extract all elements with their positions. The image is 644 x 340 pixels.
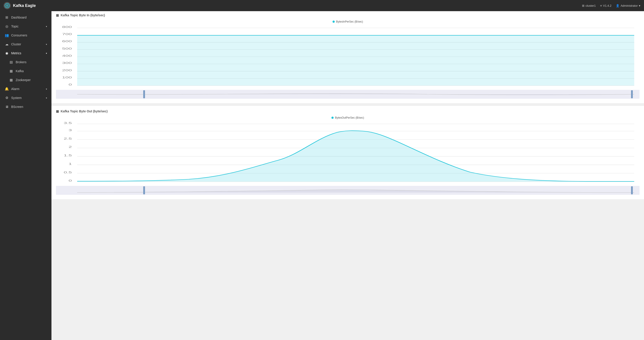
system-arrow-icon: ▾ [46, 97, 47, 99]
navbar: Kafka Eagle ⊞ cluster1 ≡ V1.4.2 👤 Admini… [0, 0, 644, 11]
dashboard-icon: ⊞ [4, 15, 9, 19]
svg-text:0: 0 [69, 179, 72, 182]
sidebar-item-topic[interactable]: ◎ Topic ▾ [0, 22, 52, 31]
svg-text:1: 1 [69, 163, 72, 165]
sidebar-label-bscreen: BScreen [11, 105, 23, 109]
consumers-icon: 👥 [4, 33, 9, 37]
sidebar-item-dashboard[interactable]: ⊞ Dashboard [0, 13, 52, 22]
kafka-icon: ▦ [9, 69, 14, 73]
sidebar-item-consumers[interactable]: 👥 Consumers [0, 31, 52, 40]
bscreen-icon: 🖥 [4, 105, 9, 109]
sidebar-item-cluster[interactable]: ☁ Cluster ▾ [0, 40, 52, 49]
byte-in-title-icon: ▦ [56, 13, 59, 17]
alarm-icon: 🔔 [4, 87, 9, 91]
sidebar-label-brokers: Brokers [16, 60, 26, 64]
svg-text:100: 100 [62, 76, 72, 79]
user-dropdown-icon: ▾ [639, 4, 640, 7]
sidebar-label-metrics: Metrics [11, 51, 21, 55]
brokers-icon: ▤ [9, 60, 14, 64]
sidebar-label-system: System [11, 96, 22, 100]
byte-out-section: ▦ Kafka Topic Byte Out (byte/sec) BytesO… [52, 106, 644, 199]
byte-in-legend: BytesInPerSec (B/sec) [56, 20, 640, 23]
byte-in-legend-label: BytesInPerSec (B/sec) [336, 20, 363, 23]
byte-out-title: ▦ Kafka Topic Byte Out (byte/sec) [56, 109, 640, 113]
system-icon: ⚙ [4, 96, 9, 100]
topic-arrow-icon: ▾ [46, 25, 47, 28]
user-icon: 👤 [616, 4, 620, 7]
sidebar-label-cluster: Cluster [11, 42, 21, 46]
byte-in-scroll-left[interactable] [143, 90, 145, 98]
sidebar-item-alarm[interactable]: 🔔 Alarm ▾ [0, 84, 52, 93]
topic-icon: ◎ [4, 24, 9, 28]
byte-in-legend-dot [332, 20, 335, 23]
svg-text:3: 3 [69, 129, 72, 132]
svg-text:2: 2 [69, 146, 72, 149]
sidebar-label-consumers: Consumers [11, 33, 27, 37]
byte-in-mini-chart[interactable] [56, 90, 640, 99]
byte-out-scroll-left[interactable] [143, 186, 145, 194]
svg-text:2019-12-28 02:44: 2019-12-28 02:44 [406, 184, 448, 184]
svg-text:2019-12-28 02:43: 2019-12-28 02:43 [319, 88, 361, 88]
svg-text:600: 600 [62, 40, 72, 43]
alarm-arrow-icon: ▾ [46, 88, 47, 90]
byte-out-scroll-right[interactable] [631, 186, 633, 194]
version-info: ≡ V1.4.2 [600, 4, 611, 7]
sidebar-label-zookeeper: Zookeeper [16, 78, 31, 82]
byte-in-section: ▦ Kafka Topic Byte In (byte/sec) BytesIn… [52, 11, 644, 103]
user-info[interactable]: 👤 Administrator ▾ [616, 4, 640, 7]
svg-text:200: 200 [62, 69, 72, 72]
sidebar-label-topic: Topic [11, 24, 18, 28]
brand: Kafka Eagle [4, 2, 36, 9]
svg-text:700: 700 [62, 33, 72, 36]
sidebar-item-metrics[interactable]: ◉ Metrics ▾ [0, 49, 52, 58]
svg-marker-20 [77, 35, 634, 86]
svg-text:2019-12-28 02:40: 2019-12-28 02:40 [56, 184, 98, 184]
byte-out-mini-chart[interactable] [56, 186, 640, 195]
svg-text:2019-12-28 02:40: 2019-12-28 02:40 [56, 88, 98, 88]
svg-text:300: 300 [62, 62, 72, 65]
svg-text:400: 400 [62, 54, 72, 57]
svg-text:2.5: 2.5 [64, 137, 72, 140]
version-icon: ≡ [600, 4, 602, 7]
svg-text:2019-12-28 02:45: 2019-12-28 02:45 [494, 88, 536, 88]
byte-out-chart: 0 0.5 1 1.5 2 2.5 3 3.5 [56, 122, 640, 184]
logo-icon [4, 2, 11, 9]
svg-text:2019-12-28 02:43: 2019-12-28 02:43 [319, 184, 361, 184]
metrics-arrow-icon: ▾ [46, 52, 47, 54]
svg-text:2019-12-28 02:46: 2019-12-28 02:46 [613, 184, 640, 184]
svg-text:2019-12-28 02:42: 2019-12-28 02:42 [231, 88, 273, 88]
svg-point-1 [7, 5, 8, 6]
sidebar: ⊞ Dashboard ◎ Topic ▾ 👥 Consumers ☁ Clus… [0, 11, 52, 340]
byte-out-legend: BytesOutPerSec (B/sec) [56, 116, 640, 119]
svg-text:2019-12-28 02:41: 2019-12-28 02:41 [144, 88, 186, 88]
svg-text:2019-12-28 02:44: 2019-12-28 02:44 [406, 88, 448, 88]
zookeeper-icon: ▦ [9, 78, 14, 82]
svg-text:1.5: 1.5 [64, 154, 72, 157]
sidebar-label-dashboard: Dashboard [11, 16, 27, 19]
sidebar-item-brokers[interactable]: ▤ Brokers [0, 58, 52, 67]
byte-out-legend-label: BytesOutPerSec (B/sec) [335, 116, 364, 119]
svg-text:2019-12-28 02:46: 2019-12-28 02:46 [613, 88, 640, 88]
svg-text:2019-12-28 02:45: 2019-12-28 02:45 [494, 184, 536, 184]
sidebar-item-system[interactable]: ⚙ System ▾ [0, 93, 52, 102]
byte-out-title-icon: ▦ [56, 109, 59, 113]
svg-text:0.5: 0.5 [64, 171, 72, 174]
sidebar-label-kafka: Kafka [16, 69, 24, 73]
svg-text:2019-12-28 02:41: 2019-12-28 02:41 [144, 184, 186, 184]
app-name: Kafka Eagle [13, 3, 36, 8]
sidebar-item-bscreen[interactable]: 🖥 BScreen [0, 102, 52, 111]
svg-text:0: 0 [69, 83, 72, 86]
byte-in-scroll-right[interactable] [631, 90, 633, 98]
byte-in-title: ▦ Kafka Topic Byte In (byte/sec) [56, 13, 640, 17]
cluster-nav-icon: ☁ [4, 42, 9, 46]
cluster-info: ⊞ cluster1 [582, 4, 596, 7]
svg-text:500: 500 [62, 47, 72, 50]
sidebar-label-alarm: Alarm [11, 87, 20, 91]
svg-text:800: 800 [62, 25, 72, 28]
main-content: ▦ Kafka Topic Byte In (byte/sec) BytesIn… [52, 11, 644, 340]
navbar-right: ⊞ cluster1 ≡ V1.4.2 👤 Administrator ▾ [582, 4, 640, 7]
sidebar-item-kafka[interactable]: ▦ Kafka [0, 67, 52, 75]
byte-out-legend-dot [332, 117, 334, 119]
sidebar-item-zookeeper[interactable]: ▦ Zookeeper [0, 75, 52, 84]
cluster-icon: ⊞ [582, 4, 584, 7]
